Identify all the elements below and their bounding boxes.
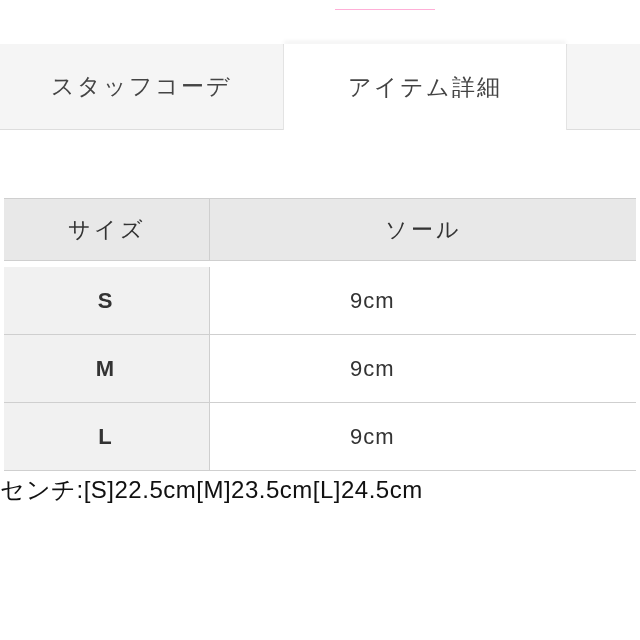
header-sole: ソール <box>210 199 636 261</box>
cell-size: L <box>4 403 210 471</box>
cell-sole: 9cm <box>210 403 636 471</box>
header-size: サイズ <box>4 199 210 261</box>
cell-size: S <box>4 267 210 335</box>
cell-sole: 9cm <box>210 267 636 335</box>
product-detail-page: スタッフコーデ アイテム詳細 サイズ ソール S 9cm M 9cm L 9cm… <box>0 0 640 640</box>
decorative-accent <box>335 4 435 10</box>
table-header-row: サイズ ソール <box>4 199 636 267</box>
tab-staff-coord[interactable]: スタッフコーデ <box>0 44 283 130</box>
centimeter-map-line: センチ:[S]22.5cm[M]23.5cm[L]24.5cm <box>0 474 640 506</box>
table-row: S 9cm <box>4 267 636 335</box>
tab-overflow-area <box>567 44 640 130</box>
size-table: サイズ ソール S 9cm M 9cm L 9cm <box>4 198 636 471</box>
tab-bar: スタッフコーデ アイテム詳細 <box>0 44 640 130</box>
tab-item-detail[interactable]: アイテム詳細 <box>283 44 567 130</box>
table-row: L 9cm <box>4 403 636 471</box>
cell-size: M <box>4 335 210 403</box>
cell-sole: 9cm <box>210 335 636 403</box>
table-row: M 9cm <box>4 335 636 403</box>
